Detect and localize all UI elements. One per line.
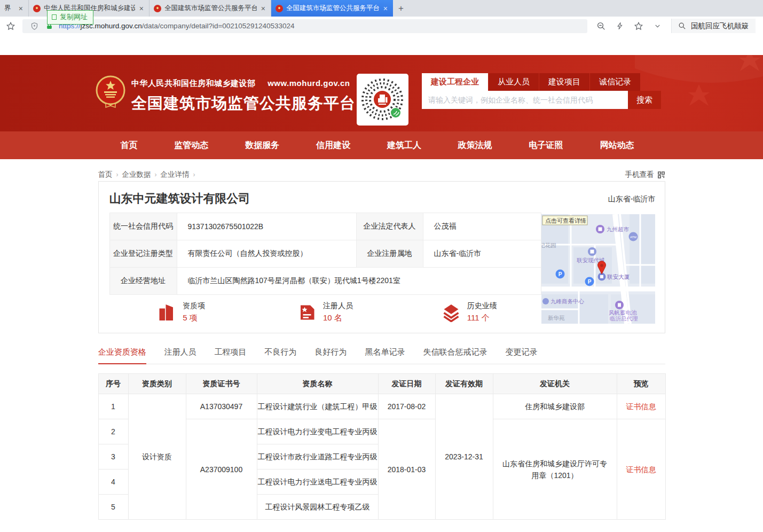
quick-search-box[interactable]: 国航回应飞机颠簸 — [671, 19, 756, 33]
browser-tab-0[interactable]: 界 × — [0, 0, 29, 17]
ministry-name: 中华人民共和国住房和城乡建设部 — [131, 79, 256, 88]
col-header: 预览 — [617, 374, 665, 394]
breadcrumb: 首页 › 企业数据 › 企业详情 › — [98, 170, 195, 179]
cell-name: 工程设计电力行业变电工程专业丙级 — [257, 419, 378, 444]
company-name: 山东中元建筑设计有限公司 — [99, 182, 665, 207]
chevron-down-icon[interactable] — [652, 21, 663, 32]
nav-item-data-service[interactable]: 数据服务 — [245, 140, 279, 151]
company-stats: 资质项 5 项 注册人员 10 名 — [109, 301, 541, 323]
certificate-info-link[interactable]: 证书信息 — [617, 419, 665, 520]
stat-history-performance[interactable]: 历史业绩 111 个 — [397, 301, 541, 323]
close-icon[interactable]: × — [382, 5, 389, 12]
nav-item-credit[interactable]: 信用建设 — [316, 140, 350, 151]
map-label-atm: ATM — [630, 236, 636, 239]
cell-cert-no: A137030497 — [186, 394, 257, 419]
tab-blacklist[interactable]: 黑名单记录 — [365, 347, 405, 364]
nav-item-supervision[interactable]: 监管动态 — [174, 140, 208, 151]
field-value: 山东省-临沂市 — [423, 240, 541, 268]
qr-code-icon — [657, 171, 665, 179]
url-bar[interactable]: https://jzsc.mohurd.gov.cn/data/company/… — [22, 19, 587, 33]
cell-name: 工程设计风景园林工程专项乙级 — [257, 495, 378, 520]
main-navigation: 首页 监管动态 数据服务 信用建设 建筑工人 政策法规 电子证照 网站动态 — [0, 131, 763, 159]
new-tab-button[interactable]: + — [393, 0, 409, 17]
stat-qualifications[interactable]: 资质项 5 项 — [109, 301, 254, 323]
close-icon[interactable]: × — [260, 5, 266, 12]
shield-icon[interactable] — [29, 21, 40, 32]
map-label-business-center: 九峰商务中心 — [550, 298, 585, 304]
cell-validity: 2023-12-31 — [435, 394, 493, 520]
location-map[interactable]: 九州超市 ATM 纪花园 联安现代城 联安大厦 P P 九峰商务中心 风帆蓄电池 — [541, 214, 655, 324]
copy-url-label: 复制网址 — [60, 12, 88, 22]
nav-item-workers[interactable]: 建筑工人 — [387, 140, 421, 151]
bookmark-star-icon[interactable] — [5, 21, 16, 32]
cell-issue-date: 2017-08-02 — [378, 394, 435, 419]
company-summary-card: 山东中元建筑设计有限公司 山东省-临沂市 统一社会信用代码 9137130267… — [98, 181, 665, 333]
company-info-table: 统一社会信用代码 91371302675501022B 企业法定代表人 公茂福 … — [109, 213, 541, 295]
search-tab-credit[interactable]: 诚信记录 — [590, 73, 640, 91]
ministry-url: www.mohurd.gov.cn — [268, 79, 350, 88]
tab-change-records[interactable]: 变更记录 — [506, 347, 538, 364]
tab-registered-personnel[interactable]: 注册人员 — [164, 347, 196, 364]
col-header: 资质类别 — [128, 374, 186, 394]
breadcrumb-enterprise-data[interactable]: 企业数据 — [122, 170, 151, 179]
breadcrumb-home[interactable]: 首页 — [98, 170, 113, 179]
search-tab-enterprise[interactable]: 建设工程企业 — [422, 73, 488, 91]
platform-title: 全国建筑市场监管公共服务平台 — [131, 93, 356, 114]
cell-name: 工程设计建筑行业（建筑工程）甲级 — [257, 394, 378, 419]
browser-tab-2[interactable]: 全国建筑市场监管公共服务平台 × — [150, 0, 271, 17]
url-text: https://jzsc.mohurd.gov.cn/data/company/… — [59, 22, 294, 30]
search-tab-personnel[interactable]: 从业人员 — [489, 73, 539, 91]
cell-cert-no: A237009100 — [186, 419, 257, 520]
close-icon[interactable]: × — [18, 5, 24, 12]
nav-item-site-news[interactable]: 网站动态 — [600, 140, 634, 151]
cell-category: 设计资质 — [128, 394, 186, 520]
stat-label: 资质项 — [183, 301, 205, 311]
tab-title: 界 — [4, 4, 14, 13]
toolbar-icon-group — [594, 21, 665, 32]
qr-code — [357, 74, 408, 126]
col-header: 发证日期 — [378, 374, 435, 394]
close-icon[interactable]: × — [138, 5, 145, 12]
zoom-out-icon[interactable] — [596, 21, 607, 32]
col-header: 发证机关 — [493, 374, 617, 394]
breadcrumb-enterprise-detail[interactable]: 企业详情 — [161, 170, 190, 179]
cell-no: 5 — [98, 495, 128, 520]
stat-registered-personnel[interactable]: 注册人员 10 名 — [253, 301, 397, 323]
field-value: 91371302675501022B — [177, 213, 356, 240]
field-value: 公茂福 — [423, 213, 541, 240]
col-header: 发证有效期 — [435, 374, 493, 394]
tab-good-behavior[interactable]: 良好行为 — [315, 347, 347, 364]
tab-dishonesty-records[interactable]: 失信联合惩戒记录 — [423, 347, 487, 364]
nav-item-policy[interactable]: 政策法规 — [458, 140, 492, 151]
field-label: 企业登记注册类型 — [109, 240, 177, 268]
breadcrumb-separator: › — [193, 171, 195, 178]
browser-window: 界 × 中华人民共和国住房和城乡建设 × 全国建筑市场监管公共服务平台 × 全国… — [0, 0, 763, 532]
mobile-view-link[interactable]: 手机查看 — [625, 170, 665, 179]
keyword-search-input[interactable] — [422, 91, 628, 109]
tab-title: 全国建筑市场监管公共服务平台 — [286, 4, 379, 13]
field-label: 企业注册属地 — [356, 240, 423, 268]
tab-qualifications[interactable]: 企业资质资格 — [98, 347, 146, 364]
search-button[interactable]: 搜索 — [628, 91, 661, 109]
national-emblem-logo — [95, 75, 126, 108]
favorite-star-icon[interactable] — [633, 21, 644, 32]
mobile-view-label: 手机查看 — [625, 170, 654, 179]
search-tab-project[interactable]: 建设项目 — [539, 73, 589, 91]
search-icon — [677, 21, 687, 32]
site-header: 中华人民共和国住房和城乡建设部 www.mohurd.gov.cn 全国建筑市场… — [0, 55, 763, 131]
emblem-favicon-icon — [154, 5, 161, 12]
parking-icon: P — [587, 279, 591, 285]
copy-url-tooltip[interactable]: 复制网址 — [47, 10, 93, 25]
tab-projects[interactable]: 工程项目 — [215, 347, 247, 364]
cell-issue-date: 2018-01-03 — [378, 419, 435, 520]
nav-item-e-license[interactable]: 电子证照 — [529, 140, 563, 151]
browser-tab-active[interactable]: 全国建筑市场监管公共服务平台 × — [271, 0, 393, 17]
tab-bad-behavior[interactable]: 不良行为 — [265, 347, 297, 364]
nav-item-home[interactable]: 首页 — [121, 140, 138, 151]
table-row: 1 设计资质 A137030497 工程设计建筑行业（建筑工程）甲级 2017-… — [98, 394, 665, 419]
layers-icon — [442, 303, 461, 322]
stat-label: 历史业绩 — [467, 301, 497, 311]
lightning-icon[interactable] — [615, 21, 625, 32]
certificate-info-link[interactable]: 证书信息 — [617, 394, 665, 419]
cell-no: 3 — [98, 444, 128, 470]
